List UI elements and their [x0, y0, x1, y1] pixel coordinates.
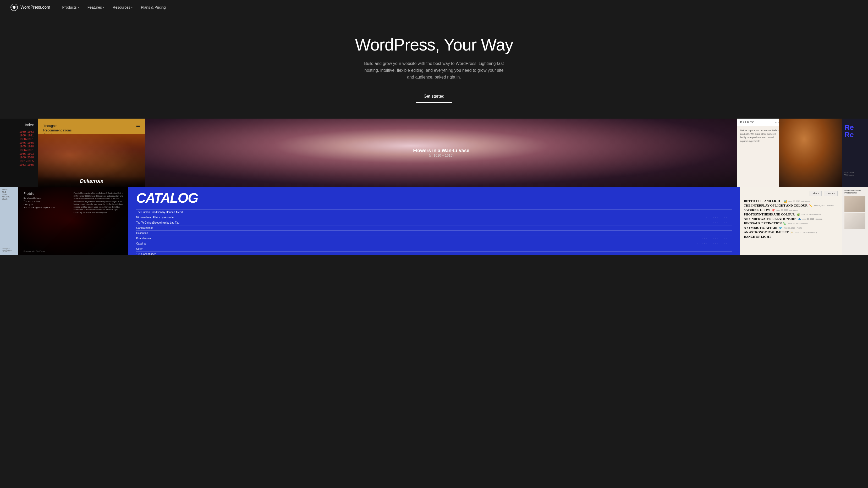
brand-name: WordPress.com: [21, 5, 50, 10]
flowers-title: Flowers in a Wan-Li Vase: [413, 148, 469, 154]
main-nav: Products ▾ Features ▾ Resources ▾ Plans …: [59, 3, 169, 11]
list-item: AN ASTRONOMICAL BALLET 🪐 June 27, 2023 ·…: [744, 230, 838, 234]
freddie-text: Freddie It's a beautiful day, The sun is…: [24, 192, 55, 209]
card-small-grey: HOME FIND CARE AROUND LEARN I feel good.…: [0, 187, 18, 255]
nav-item-features[interactable]: Features ▾: [84, 3, 108, 11]
beleco-portrait: [779, 119, 842, 187]
chevron-down-icon: ▾: [131, 6, 132, 9]
year-item: 1985–1990: [4, 145, 34, 148]
small-grey-nav: HOME FIND CARE AROUND LEARN: [2, 189, 16, 200]
freddie-footer: Designed with WordPress: [24, 250, 44, 252]
beleco-portrait-img: [779, 119, 842, 187]
list-item: Gandia Blasco · · · · · · · · · · · · · …: [136, 225, 732, 230]
list-item: Cosentino · · · · · · · · · · · · · · · …: [136, 230, 732, 236]
emma-photo-1: [844, 196, 865, 212]
botticelli-list: BOTTICELLI AND LIGHT 🖼️ June 28, 2023 · …: [744, 199, 838, 239]
card-botticelli: About Contact BOTTICELLI AND LIGHT 🖼️ Ju…: [740, 187, 842, 255]
list-item: A SYMBIOTIC AFFAIR 🐦 June 30, 2023 · Pla…: [744, 226, 838, 230]
painting-label: Delacroix: [80, 178, 103, 184]
list-item: BOTTICELLI AND LIGHT 🖼️ June 28, 2023 · …: [744, 199, 838, 203]
card-freddie: Freddie It's a beautiful day, The sun is…: [18, 187, 128, 255]
list-item: Cerim · · · · · · · · · · · · · · · ·: [136, 246, 732, 251]
card-flowers: Flowers in a Wan-Li Vase (c. 1610 – 1615…: [145, 119, 737, 187]
year-item: 1986–1991: [4, 149, 34, 152]
showcase-row-1: Index 1980–1983 1988–1991 1988–1991 1976…: [0, 119, 868, 187]
nav-item-pricing[interactable]: Plans & Pricing: [137, 3, 169, 11]
year-item: 1976–1986: [4, 141, 34, 144]
list-item: The Human Condition by Hannah Arendt · ·…: [136, 209, 732, 215]
contact-button[interactable]: Contact: [824, 191, 838, 196]
year-item: 1988–1991: [4, 137, 34, 140]
nav-item-resources[interactable]: Resources ▾: [109, 3, 136, 11]
list-item: AN UNDERWATER RELATIONSHIP 🐟 June 28, 20…: [744, 217, 838, 221]
hero-section: WordPress, Your Way Build and grow your …: [316, 15, 552, 119]
freddie-quote: It's a beautiful day, The sun is shining…: [24, 197, 55, 209]
card-catalog: CATALOG The Human Condition by Hannah Ar…: [128, 187, 740, 255]
navbar: WordPress.com Products ▾ Features ▾ Reso…: [0, 0, 868, 15]
year-item: 1980–1983: [4, 130, 34, 133]
freddie-bio: Freddie Mercury (born Farrokh Bulsara; 5…: [73, 192, 123, 214]
menu-icon: ☰: [136, 124, 140, 130]
showcase-section: Index 1980–1983 1988–1991 1988–1991 1976…: [0, 119, 868, 255]
emma-header: Emma Normand · Photographer: [844, 189, 865, 194]
card-beleco: BELECO HOME PRODUCTS ABOUT JOURNAL CONTA…: [737, 119, 842, 187]
list-item: Cassina · · · · · · · · · · · · · · · ·: [136, 241, 732, 246]
card-thoughts: Thoughts Recommendations About ☰ Delacro…: [38, 119, 145, 187]
flowers-subtitle: (c. 1610 – 1615): [413, 154, 469, 157]
list-item: THE INTERPLAY OF LIGHT AND COLOUR ✏️ Jun…: [744, 204, 838, 207]
year-item: 1986–1993: [4, 152, 34, 155]
card-index: Index 1980–1983 1988–1991 1988–1991 1976…: [0, 119, 38, 187]
neon-text: Re Re: [844, 124, 854, 138]
nav-item-products[interactable]: Products ▾: [59, 3, 83, 11]
about-button[interactable]: About: [810, 191, 822, 196]
catalog-top: CATALOG: [128, 187, 740, 209]
list-item: Porcelanosa · · · · · · · · · · · · · · …: [136, 236, 732, 241]
hero-title: WordPress, Your Way: [321, 36, 547, 54]
year-item: 1983–1985: [4, 163, 34, 166]
year-item: 1980–2018: [4, 156, 34, 159]
card-neon: Re Re 5/25/2023 Wellbeing: [842, 119, 868, 187]
list-item: 101 Copenhagen · · · · · · · · · · · · ·…: [136, 251, 732, 255]
chevron-down-icon: ▾: [103, 6, 104, 9]
list-item: PHOTOSYNTHESIS AND COLOUR 🌿 June 28, 202…: [744, 213, 838, 217]
card-emma: Emma Normand · Photographer: [842, 187, 868, 255]
catalog-list: The Human Condition by Hannah Arendt · ·…: [128, 209, 740, 255]
list-item: Nicomachean Ethics by Aristotle · · · · …: [136, 215, 732, 220]
year-item: 1981–1985: [4, 159, 34, 163]
year-item: 1988–1991: [4, 134, 34, 137]
list-item: DINOSAUR EXTINCTION 🦕 June 30, 2023 · Ab…: [744, 222, 838, 225]
neon-date: 5/25/2023 Wellbeing: [844, 171, 854, 176]
list-item: SATURN'S GLOW 🐙 June 30, 2023 · Astronom…: [744, 208, 838, 212]
beleco-body: Nature is pure, and so are our Beleco pr…: [737, 126, 784, 186]
emma-photo-2: [844, 214, 865, 229]
catalog-title: CATALOG: [136, 192, 732, 204]
freddie-name: Freddie: [24, 192, 55, 196]
small-grey-footer: I feel good. Designed with WordPress: [2, 248, 16, 253]
wordpress-logo-icon: [10, 4, 18, 11]
hero-subtitle: Build and grow your website with the bes…: [361, 60, 507, 80]
index-title: Index: [4, 123, 34, 127]
showcase-row-2: HOME FIND CARE AROUND LEARN I feel good.…: [0, 187, 868, 255]
flowers-caption: Flowers in a Wan-Li Vase (c. 1610 – 1615…: [413, 148, 469, 157]
list-item: Tao Te Ching (Daodejing) by Lao Tzu · · …: [136, 220, 732, 225]
chevron-down-icon: ▾: [78, 6, 79, 9]
beleco-brand: BELECO: [740, 121, 755, 124]
get-started-button[interactable]: Get started: [416, 90, 452, 103]
index-years-list: 1980–1983 1988–1991 1988–1991 1976–1986 …: [4, 130, 34, 166]
list-item: DANCE OF LIGHT: [744, 235, 838, 239]
brand-logo[interactable]: WordPress.com: [10, 4, 50, 11]
